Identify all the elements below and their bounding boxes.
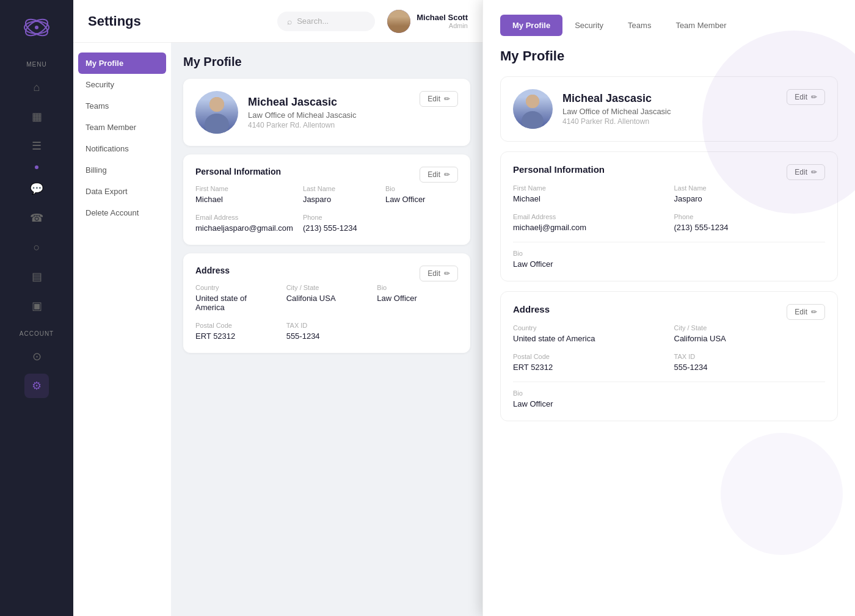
svg-point-5 — [205, 114, 229, 134]
nav-team-member[interactable]: Team Member — [73, 117, 171, 138]
right-last-name: Last Name Jasparo — [674, 184, 826, 203]
right-personal-info-card: Personal Information Edit ✏ First Name M… — [500, 151, 838, 281]
postal-label: Postal Code — [195, 322, 277, 329]
tab-security[interactable]: Security — [562, 15, 616, 36]
right-panel: My Profile Security Teams Team Member My… — [482, 0, 855, 616]
nav-teams[interactable]: Teams — [73, 95, 171, 117]
right-address-edit-button[interactable]: Edit ✏ — [787, 304, 825, 320]
page-body: My Profile Security Teams Team Member No… — [73, 43, 482, 616]
tax-label: TAX ID — [286, 322, 368, 329]
profile-name: Micheal Jascasic — [248, 96, 357, 109]
user-role: Admin — [417, 22, 468, 29]
divider-2 — [513, 382, 825, 382]
right-phone-label: Phone — [674, 213, 826, 220]
address-info-grid: Country United state of America City / S… — [195, 284, 458, 341]
tab-team-member[interactable]: Team Member — [663, 15, 738, 36]
left-nav: My Profile Security Teams Team Member No… — [73, 43, 171, 616]
sidebar-folder-icon[interactable]: ▣ — [24, 294, 49, 318]
avatar-face — [387, 10, 410, 33]
last-name-value: Jasparo — [303, 195, 376, 204]
personal-info-edit-button[interactable]: Edit ✏ — [420, 167, 458, 183]
right-personal-edit-button[interactable]: Edit ✏ — [787, 164, 825, 180]
nav-delete-account[interactable]: Delete Account — [73, 202, 171, 223]
city-item: City / State Califonia USA — [286, 284, 368, 312]
phone-value: (213) 555-1234 — [303, 223, 376, 233]
city-label: City / State — [286, 284, 368, 291]
edit-label: Edit — [795, 93, 807, 101]
right-tax: TAX ID 555-1234 — [674, 353, 826, 372]
address-edit-button[interactable]: Edit ✏ — [420, 266, 458, 281]
right-last-name-label: Last Name — [674, 184, 826, 192]
right-phone-value: (213) 555-1234 — [674, 223, 826, 232]
right-avatar-face — [513, 89, 553, 129]
profile-org: Law Office of Micheal Jascasic — [248, 111, 357, 120]
edit-label: Edit — [795, 308, 807, 316]
profile-text: Micheal Jascasic Law Office of Micheal J… — [248, 96, 357, 129]
sidebar-list-icon[interactable]: ☰ — [24, 134, 49, 158]
right-country-label: Country — [513, 324, 664, 332]
right-bio: Bio Law Officer — [513, 250, 825, 269]
right-profile-name: Micheal Jascasic — [562, 92, 671, 105]
search-bar[interactable]: ⌕ Search... — [277, 12, 375, 31]
profile-avatar-face — [195, 91, 238, 134]
first-name-value: Michael — [195, 195, 293, 204]
nav-data-export[interactable]: Data Export — [73, 181, 171, 202]
profile-avatar — [195, 91, 238, 134]
nav-security[interactable]: Security — [73, 74, 171, 95]
sidebar: MENU ⌂ ▦ ☰ 💬 ☎ ○ ▤ ▣ ACCOUNT ⊙ ⚙ — [0, 0, 73, 616]
edit-label: Edit — [428, 95, 440, 103]
sidebar-calendar-icon[interactable]: ▦ — [24, 104, 49, 129]
nav-billing[interactable]: Billing — [73, 159, 171, 181]
search-icon: ⌕ — [287, 16, 292, 26]
bio-value: Law Officer — [385, 195, 458, 204]
bio-label: Bio — [385, 185, 458, 192]
user-name: Michael Scott — [417, 13, 468, 22]
right-first-name-value: Michael — [513, 194, 664, 203]
bio-addr-value: Law Officer — [377, 294, 458, 303]
right-postal: Postal Code ERT 52312 — [513, 353, 664, 372]
tab-my-profile[interactable]: My Profile — [500, 15, 562, 36]
right-addr-bio: Bio Law Officer — [513, 390, 825, 408]
sidebar-headset-icon[interactable]: ⊙ — [24, 344, 49, 369]
sidebar-clock-icon[interactable]: ○ — [24, 235, 49, 259]
logo[interactable] — [21, 12, 52, 43]
right-profile-card: Micheal Jascasic Law Office of Micheal J… — [500, 76, 838, 142]
country-item: Country United state of America — [195, 284, 277, 312]
tab-teams[interactable]: Teams — [616, 15, 663, 36]
right-profile-text: Micheal Jascasic Law Office of Micheal J… — [562, 92, 671, 126]
edit-label: Edit — [428, 269, 440, 278]
nav-notifications[interactable]: Notifications — [73, 138, 171, 159]
profile-edit-button[interactable]: Edit ✏ — [420, 91, 458, 107]
first-name-item: First Name Michael — [195, 185, 293, 204]
sidebar-settings-icon[interactable]: ⚙ — [24, 374, 49, 398]
sidebar-home-icon[interactable]: ⌂ — [24, 75, 49, 100]
right-country: Country United state of America — [513, 324, 664, 343]
bio-item-1: Bio Law Officer — [385, 185, 458, 204]
sidebar-phone-icon[interactable]: ☎ — [24, 206, 49, 230]
edit-pencil-icon: ✏ — [811, 308, 817, 316]
sidebar-chart-icon[interactable]: ▤ — [24, 264, 49, 289]
right-profile-edit-button[interactable]: Edit ✏ — [787, 89, 825, 105]
right-email-label: Email Address — [513, 213, 664, 220]
right-postal-value: ERT 52312 — [513, 363, 664, 372]
right-profile-addr: 4140 Parker Rd. Allentown — [562, 117, 671, 126]
user-avatar — [387, 10, 410, 33]
main-content: Settings ⌕ Search... Michael Scott Admin — [73, 0, 482, 616]
last-name-item: Last Name Jasparo — [303, 185, 376, 204]
email-label: Email Address — [195, 214, 293, 221]
svg-point-3 — [35, 26, 38, 29]
right-addr-bio-value: Law Officer — [513, 399, 825, 408]
first-name-label: First Name — [195, 185, 293, 192]
account-icon-group: ⊙ ⚙ — [0, 344, 73, 398]
right-profile-card-header: Micheal Jascasic Law Office of Micheal J… — [513, 89, 825, 129]
sidebar-chat-icon[interactable]: 💬 — [24, 176, 49, 201]
right-personal-title: Personal Information — [513, 164, 605, 175]
country-label: Country — [195, 284, 277, 291]
right-tax-label: TAX ID — [674, 353, 826, 360]
right-profile-header: Micheal Jascasic Law Office of Micheal J… — [513, 89, 671, 129]
country-value: United state of America — [195, 294, 277, 312]
right-avatar — [513, 89, 553, 129]
right-email-value: michaelj@gmail.com — [513, 223, 664, 232]
nav-my-profile[interactable]: My Profile — [78, 53, 166, 74]
svg-point-6 — [209, 97, 224, 112]
